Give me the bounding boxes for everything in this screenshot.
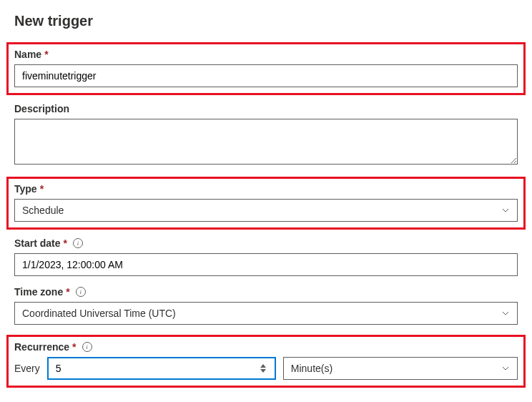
spinner <box>260 360 272 377</box>
time-zone-label: Time zone <box>14 286 63 298</box>
time-zone-select-value: Coordinated Universal Time (UTC) <box>22 308 176 319</box>
name-label: Name <box>14 49 41 60</box>
name-input[interactable] <box>14 64 518 87</box>
chevron-down-icon <box>501 309 510 318</box>
description-label-row: Description <box>14 103 518 114</box>
description-label: Description <box>14 103 69 114</box>
name-field-highlight: Name * <box>6 42 526 95</box>
recurrence-field-highlight: Recurrence * i Every Minute(s) <box>6 335 526 388</box>
required-asterisk: * <box>66 286 69 298</box>
description-input[interactable] <box>14 119 518 165</box>
spinner-down-icon[interactable] <box>260 369 266 373</box>
start-date-input[interactable] <box>14 253 518 276</box>
time-zone-field: Time zone * i Coordinated Universal Time… <box>14 286 518 325</box>
type-select[interactable]: Schedule <box>14 199 518 222</box>
required-asterisk: * <box>64 237 67 249</box>
description-field: Description <box>14 103 518 167</box>
info-icon[interactable]: i <box>76 287 86 297</box>
time-zone-select[interactable]: Coordinated Universal Time (UTC) <box>14 302 518 325</box>
name-label-row: Name * <box>14 49 518 60</box>
spinner-up-icon[interactable] <box>260 364 266 368</box>
page-title: New trigger <box>14 13 518 29</box>
recurrence-number-wrap <box>47 357 276 380</box>
required-asterisk: * <box>72 341 76 353</box>
info-icon[interactable]: i <box>73 238 83 248</box>
type-select-value: Schedule <box>22 205 64 216</box>
required-asterisk: * <box>40 183 44 195</box>
every-label: Every <box>14 363 40 374</box>
chevron-down-icon <box>501 364 510 373</box>
recurrence-unit-value: Minute(s) <box>291 363 332 374</box>
type-field-highlight: Type * Schedule <box>6 177 526 230</box>
type-label: Type <box>14 183 37 195</box>
recurrence-value-input[interactable] <box>49 358 275 378</box>
recurrence-unit-select[interactable]: Minute(s) <box>283 357 518 380</box>
start-date-field: Start date * i <box>14 237 518 276</box>
info-icon[interactable]: i <box>82 342 92 352</box>
required-asterisk: * <box>44 49 48 60</box>
chevron-down-icon <box>501 206 510 215</box>
start-date-label: Start date <box>14 237 61 249</box>
time-zone-label-row: Time zone * i <box>14 286 518 298</box>
type-label-row: Type * <box>14 183 518 195</box>
recurrence-label: Recurrence <box>14 341 69 353</box>
recurrence-row: Every Minute(s) <box>14 357 518 380</box>
start-date-label-row: Start date * i <box>14 237 518 249</box>
recurrence-label-row: Recurrence * i <box>14 341 518 353</box>
